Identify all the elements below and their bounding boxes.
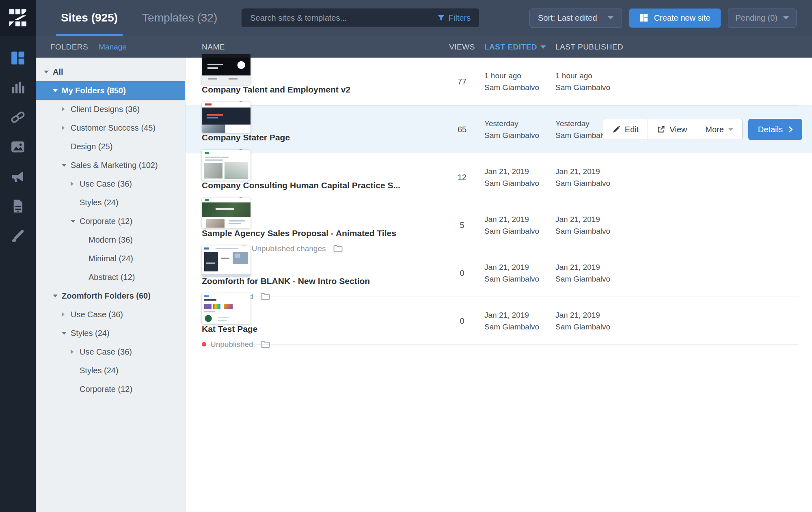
last-edited: Jan 21, 2019Sam Giambalvo <box>484 311 555 331</box>
analytics-icon[interactable] <box>0 73 36 102</box>
sidebar-folder-styles-24[interactable]: Styles (24) <box>36 193 185 212</box>
caret-down-icon[interactable] <box>62 164 71 167</box>
view-button[interactable]: View <box>648 119 696 140</box>
sidebar-folder-modern-36[interactable]: Modern (36) <box>36 230 185 249</box>
pending-label: Pending (0) <box>736 13 777 23</box>
caret-right-icon[interactable] <box>62 125 71 130</box>
announcements-icon[interactable] <box>0 161 36 191</box>
details-button[interactable]: Details <box>748 119 802 140</box>
tab-templates[interactable]: Templates (32) <box>137 0 222 36</box>
folder-label: Styles (24) <box>71 329 110 338</box>
folder-tree: AllMy Folders (850)Client Designs (36)Cu… <box>36 62 185 398</box>
sort-dropdown[interactable]: Sort: Last edited <box>529 9 622 28</box>
table-row[interactable]: Kat Test PageUnpublished0Jan 21, 2019Sam… <box>186 297 812 345</box>
zoomforth-logo[interactable] <box>0 0 36 36</box>
documents-icon[interactable] <box>0 191 36 221</box>
more-button[interactable]: More <box>696 119 742 140</box>
folder-label: Abstract (12) <box>89 273 135 282</box>
rail-icon-list <box>0 36 36 250</box>
site-info: Kat Test PageUnpublished <box>202 324 440 349</box>
folder-assignment-icon[interactable] <box>261 340 270 348</box>
views-count: 12 <box>440 173 484 182</box>
last-edited-author: Sam Giambalvo <box>484 227 555 236</box>
caret-right-icon[interactable] <box>71 181 80 186</box>
pending-dropdown[interactable]: Pending (0) <box>728 9 797 28</box>
last-published-date: Jan 21, 2019 <box>555 167 799 176</box>
table-row[interactable]: Company Consulting Human Capital Practic… <box>186 153 812 201</box>
sidebar-folder-zoomforth-folders-60[interactable]: Zoomforth Folders (60) <box>36 286 185 305</box>
sidebar-folder-styles-24[interactable]: Styles (24) <box>36 361 185 380</box>
last-edited-date: Jan 21, 2019 <box>484 215 555 224</box>
views-count: 0 <box>440 269 484 278</box>
search-input[interactable] <box>250 13 437 23</box>
site-thumbnail[interactable] <box>202 198 251 228</box>
filters-button[interactable]: Filters <box>437 13 471 23</box>
site-thumbnail[interactable] <box>202 293 251 324</box>
column-header-last-published[interactable]: LAST PUBLISHED <box>555 43 799 52</box>
topbar-actions: Sort: Last edited Create new site Pendin… <box>529 9 797 28</box>
caret-down-icon[interactable] <box>53 295 62 297</box>
column-header-name[interactable]: NAME <box>202 43 440 52</box>
sidebar-folder-corporate-12[interactable]: Corporate (12) <box>36 212 185 230</box>
caret-down-icon[interactable] <box>53 89 62 92</box>
table-row[interactable]: Sample Agency Sales Proposal - Animated … <box>186 201 812 249</box>
design-brush-icon[interactable] <box>0 221 36 250</box>
row-actions: EditViewMoreDetails <box>603 119 802 140</box>
last-edited: Jan 21, 2019Sam Giambalvo <box>484 215 555 236</box>
sidebar-folder-use-case-36[interactable]: Use Case (36) <box>36 305 185 324</box>
last-published: 1 hour agoSam Giambalvo <box>555 71 799 92</box>
site-thumbnail[interactable] <box>202 150 251 181</box>
sidebar-folder-all[interactable]: All <box>36 62 185 81</box>
manage-folders-link[interactable]: Manage <box>99 43 127 52</box>
links-icon[interactable] <box>0 102 36 132</box>
caret-right-icon[interactable] <box>62 312 71 317</box>
left-rail <box>0 0 36 512</box>
site-name-cell: Zoomforth for BLANK - New Intro SectionU… <box>202 245 440 301</box>
sidebar-folder-customer-success-45[interactable]: Customer Success (45) <box>36 118 185 137</box>
site-layout-icon <box>639 13 648 22</box>
sidebar-folder-corporate-12[interactable]: Corporate (12) <box>36 380 185 398</box>
column-header-views[interactable]: VIEWS <box>440 43 484 52</box>
sidebar-folder-design-25[interactable]: Design (25) <box>36 137 185 156</box>
sidebar-folder-styles-24[interactable]: Styles (24) <box>36 324 185 342</box>
media-icon[interactable] <box>0 132 36 161</box>
site-thumbnail[interactable] <box>202 245 251 276</box>
sidebar-folder-my-folders-850[interactable]: My Folders (850) <box>36 81 185 100</box>
site-title: Company Talent and Employment v2 <box>202 85 440 95</box>
folders-header: FOLDERS Manage <box>36 43 186 52</box>
tab-sites[interactable]: Sites (925) <box>56 0 123 36</box>
sidebar-folder-abstract-12[interactable]: Abstract (12) <box>36 268 185 286</box>
create-new-site-button[interactable]: Create new site <box>629 9 721 28</box>
last-edited-author: Sam Giambalvo <box>484 179 555 188</box>
last-published-date: Jan 21, 2019 <box>555 263 799 272</box>
zoomforth-logo-icon <box>9 9 26 26</box>
last-published-date: 1 hour ago <box>555 71 799 80</box>
table-row[interactable]: Company Stater PageActive65YesterdaySam … <box>186 105 812 153</box>
sidebar-folder-minimal-24[interactable]: Minimal (24) <box>36 249 185 268</box>
site-name-cell: Company Talent and Employment v2Active <box>202 54 440 110</box>
app-window: Sites (925) Templates (32) Filters Sort:… <box>0 0 812 512</box>
column-header-last-edited[interactable]: LAST EDITED <box>484 43 555 52</box>
caret-down-icon[interactable] <box>71 220 80 223</box>
folder-label: Corporate (12) <box>80 217 132 226</box>
caret-right-icon[interactable] <box>62 107 71 112</box>
table-row[interactable]: Zoomforth for BLANK - New Intro SectionU… <box>186 249 812 297</box>
site-thumbnail[interactable] <box>202 102 251 133</box>
sidebar-folder-use-case-36[interactable]: Use Case (36) <box>36 342 185 361</box>
sidebar-folder-use-case-36[interactable]: Use Case (36) <box>36 174 185 193</box>
edit-button[interactable]: Edit <box>603 119 648 140</box>
sites-layout-icon[interactable] <box>0 43 36 73</box>
sidebar-folder-client-designs-36[interactable]: Client Designs (36) <box>36 100 185 118</box>
folder-sidebar: AllMy Folders (850)Client Designs (36)Cu… <box>36 58 186 512</box>
sites-table: Company Talent and Employment v2Active77… <box>186 58 812 512</box>
views-count: 65 <box>440 125 484 134</box>
more-button-label: More <box>705 125 724 134</box>
caret-right-icon[interactable] <box>71 349 80 354</box>
caret-down-icon[interactable] <box>62 332 71 335</box>
last-published-author: Sam Giambalvo <box>555 275 799 284</box>
search-box: Filters <box>242 9 479 27</box>
site-thumbnail[interactable] <box>202 54 251 85</box>
sidebar-folder-sales-marketing-102[interactable]: Sales & Marketing (102) <box>36 156 185 174</box>
caret-down-icon[interactable] <box>44 71 53 73</box>
table-row[interactable]: Company Talent and Employment v2Active77… <box>186 58 812 105</box>
